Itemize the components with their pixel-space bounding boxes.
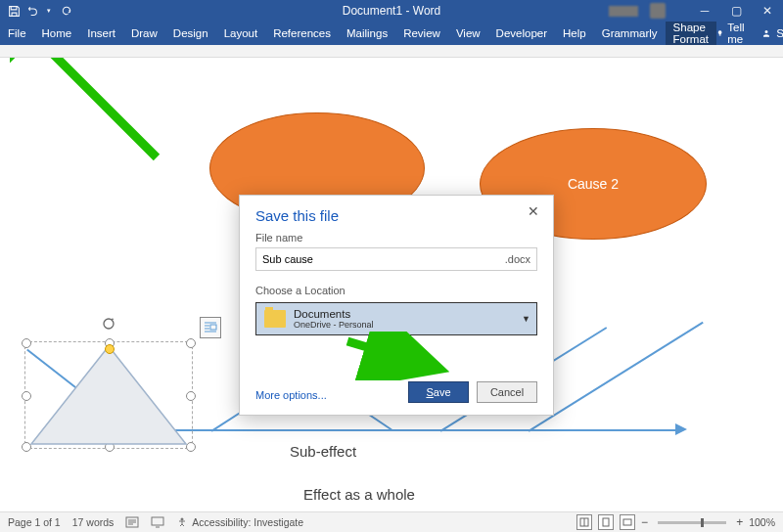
save-button[interactable]: Save (408, 381, 469, 403)
ruler (0, 45, 783, 58)
status-accessibility[interactable]: Accessibility: Investigate (176, 516, 303, 528)
status-bar: Page 1 of 1 17 words Accessibility: Inve… (0, 511, 783, 532)
svg-rect-9 (152, 517, 163, 525)
svg-point-10 (181, 518, 184, 521)
adjust-handle[interactable] (105, 344, 115, 354)
svg-line-7 (347, 341, 433, 367)
annotation-arrow-to-save-icon (10, 58, 176, 177)
folder-icon (264, 310, 286, 328)
layout-options-icon[interactable] (200, 317, 221, 338)
sub-effect-label[interactable]: Sub-effect (290, 443, 356, 460)
effect-whole-label[interactable]: Effect as a whole (303, 486, 415, 503)
save-qat-icon[interactable] (6, 3, 22, 19)
tab-design[interactable]: Design (165, 22, 216, 45)
svg-rect-13 (603, 518, 609, 526)
cause2-label: Cause 2 (568, 176, 619, 192)
redo-icon[interactable] (59, 3, 74, 19)
zoom-out-button[interactable]: − (641, 515, 648, 529)
minimize-button[interactable]: ─ (689, 0, 720, 22)
maximize-button[interactable]: ▢ (720, 0, 752, 22)
user-name-blurred (609, 6, 638, 17)
branch-line-3[interactable] (529, 322, 704, 432)
svg-marker-2 (31, 346, 186, 444)
share-button[interactable]: Share (760, 27, 783, 39)
window-title: Document1 - Word (343, 4, 440, 18)
status-words[interactable]: 17 words (72, 516, 115, 528)
cancel-button[interactable]: Cancel (477, 381, 537, 403)
tab-mailings[interactable]: Mailings (339, 22, 395, 45)
tab-file[interactable]: File (0, 22, 34, 45)
svg-point-1 (104, 319, 114, 329)
accessibility-text: Accessibility: Investigate (192, 516, 303, 528)
tab-view[interactable]: View (448, 22, 488, 45)
view-web-icon[interactable] (620, 514, 635, 530)
share-label: Share (776, 27, 783, 39)
tab-grammarly[interactable]: Grammarly (594, 22, 666, 45)
user-avatar[interactable] (650, 3, 666, 19)
location-text: Documents OneDrive - Personal (294, 308, 374, 330)
quick-access-toolbar: ▾ (0, 3, 74, 19)
ribbon-right: Tell me Share (716, 22, 783, 45)
svg-line-5 (23, 58, 157, 157)
svg-rect-14 (623, 519, 631, 525)
tab-review[interactable]: Review (395, 22, 448, 45)
status-proofing-icon[interactable] (125, 516, 139, 528)
view-print-icon[interactable] (598, 514, 614, 530)
tab-insert[interactable]: Insert (79, 22, 123, 45)
save-dialog: ✕ Save this file File name .docx Choose … (239, 195, 554, 416)
zoom-level[interactable]: 100% (749, 516, 775, 528)
window-controls: ─ ▢ ✕ (689, 0, 783, 22)
spine-line[interactable] (121, 429, 679, 431)
tab-shape-format[interactable]: Shape Format (666, 22, 716, 45)
svg-marker-0 (675, 423, 687, 435)
tab-developer[interactable]: Developer (488, 22, 555, 45)
file-name-row: .docx (255, 247, 537, 271)
file-name-label: File name (240, 230, 553, 245)
rotate-handle-icon[interactable] (102, 317, 115, 331)
triangle-shape[interactable] (25, 342, 192, 448)
status-right: − + 100% (576, 514, 775, 530)
status-display-icon[interactable] (151, 516, 164, 528)
annotation-arrow-to-save-button (343, 332, 460, 380)
location-sub: OneDrive - Personal (294, 320, 374, 330)
tab-draw[interactable]: Draw (123, 22, 165, 45)
more-options-link[interactable]: More options... (255, 389, 327, 401)
location-name: Documents (294, 308, 374, 320)
location-dropdown[interactable]: Documents OneDrive - Personal ▼ (255, 302, 537, 335)
ribbon-tabs: File Home Insert Draw Design Layout Refe… (0, 22, 783, 45)
zoom-slider[interactable] (658, 521, 726, 524)
dialog-buttons: Save Cancel (408, 381, 537, 403)
tab-references[interactable]: References (265, 22, 339, 45)
undo-icon[interactable] (23, 3, 39, 19)
file-name-input[interactable] (256, 253, 499, 265)
zoom-in-button[interactable]: + (736, 515, 743, 529)
title-bar: ▾ Document1 - Word ─ ▢ ✕ (0, 0, 783, 22)
tell-me-label: Tell me (727, 22, 749, 45)
tab-layout[interactable]: Layout (216, 22, 266, 45)
svg-rect-3 (210, 325, 216, 330)
dialog-close-button[interactable]: ✕ (522, 201, 545, 221)
tell-me-button[interactable]: Tell me (716, 22, 749, 45)
document-canvas[interactable]: Cause 2 Sub-effect Effect as a whole ✕ S… (0, 58, 783, 508)
chevron-down-icon: ▼ (522, 314, 530, 324)
file-extension-dropdown[interactable]: .docx (499, 253, 536, 265)
dialog-title: Save this file (240, 196, 553, 230)
tab-home[interactable]: Home (34, 22, 80, 45)
view-read-icon[interactable] (576, 514, 592, 530)
close-button[interactable]: ✕ (752, 0, 783, 22)
spine-arrowhead (675, 423, 691, 435)
status-page[interactable]: Page 1 of 1 (8, 516, 61, 528)
qat-dropdown-icon[interactable]: ▾ (41, 3, 57, 19)
shape-selection (24, 341, 193, 449)
location-label: Choose a Location (240, 283, 553, 298)
tab-help[interactable]: Help (555, 22, 594, 45)
